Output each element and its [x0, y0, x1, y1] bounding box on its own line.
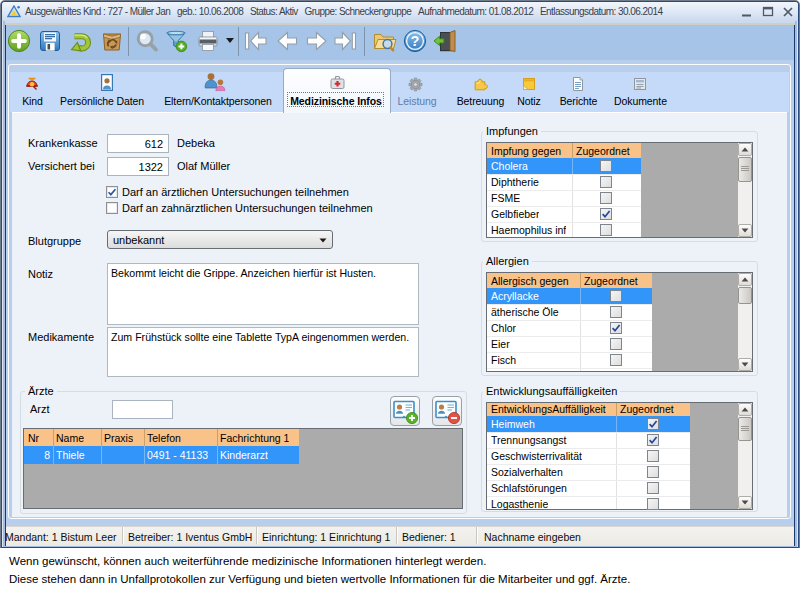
svg-text:?: ? — [411, 33, 420, 49]
